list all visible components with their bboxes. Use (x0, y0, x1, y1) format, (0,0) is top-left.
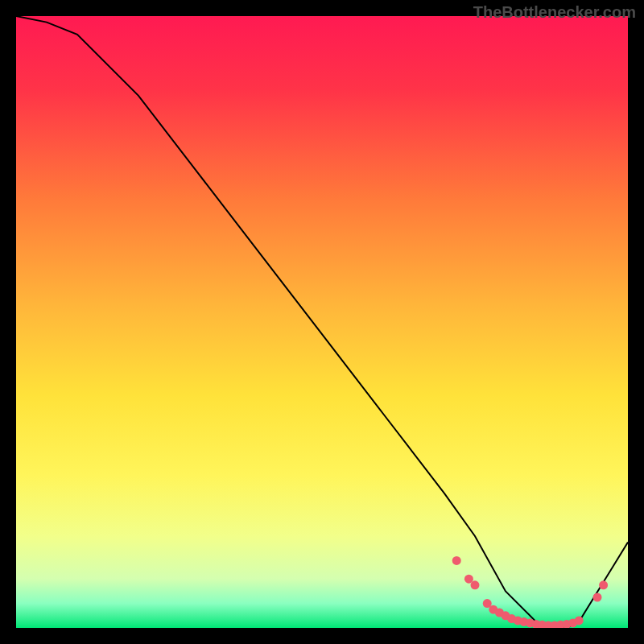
marker-dot (575, 616, 584, 625)
watermark-text: TheBottlenecker.com (473, 3, 636, 22)
marker-dot (452, 556, 461, 565)
marker-dot (599, 580, 608, 589)
optimal-range-markers (452, 556, 608, 628)
chart-curve-overlay (16, 16, 628, 628)
marker-dot (471, 580, 480, 589)
bottleneck-curve-line (16, 16, 628, 628)
marker-dot (593, 593, 602, 602)
chart-area (16, 16, 628, 628)
